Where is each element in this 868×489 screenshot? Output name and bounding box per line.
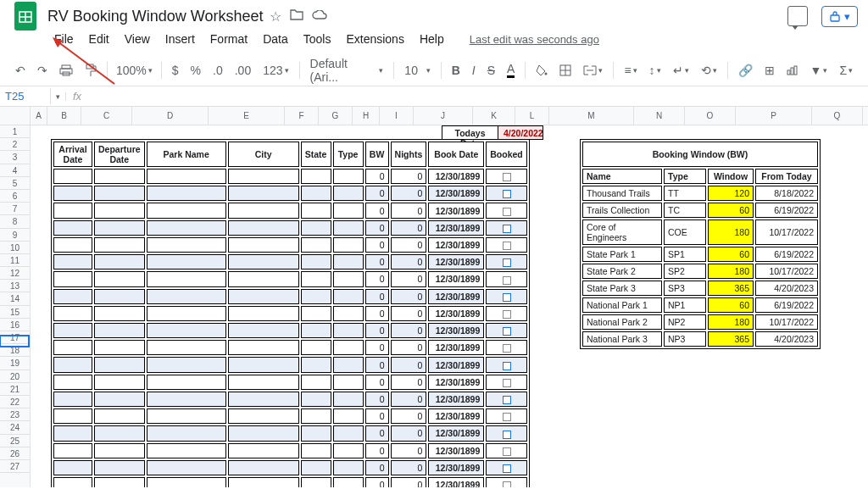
borders-icon[interactable] bbox=[554, 61, 576, 80]
valign-icon[interactable]: ↕▾ bbox=[644, 60, 666, 81]
table-row[interactable]: 0012/30/1899 bbox=[53, 220, 527, 236]
row-header[interactable]: 8 bbox=[0, 215, 30, 228]
menu-extensions[interactable]: Extensions bbox=[339, 29, 410, 49]
checkbox[interactable] bbox=[503, 447, 511, 456]
column-header[interactable]: M bbox=[549, 107, 634, 125]
undo-icon[interactable]: ↶ bbox=[10, 60, 31, 81]
table-row[interactable]: State Park 1SP1606/19/2022 bbox=[582, 247, 818, 262]
menu-insert[interactable]: Insert bbox=[159, 29, 202, 49]
link-icon[interactable]: 🔗 bbox=[733, 60, 758, 81]
row-header[interactable]: 5 bbox=[0, 177, 30, 190]
rotate-icon[interactable]: ⟲▾ bbox=[696, 60, 722, 81]
table-row[interactable]: 0012/30/1899 bbox=[53, 237, 527, 253]
table-row[interactable]: National Park 1NP1606/19/2022 bbox=[582, 297, 818, 313]
checkbox[interactable] bbox=[503, 190, 511, 198]
row-header[interactable]: 12 bbox=[0, 267, 30, 280]
menu-edit[interactable]: Edit bbox=[82, 29, 116, 49]
checkbox[interactable] bbox=[503, 327, 511, 336]
row-header[interactable]: 21 bbox=[0, 383, 30, 396]
row-header[interactable]: 10 bbox=[0, 242, 30, 254]
table-row[interactable]: National Park 3NP33654/20/2023 bbox=[582, 331, 818, 347]
table-row[interactable]: Trails CollectionTC606/19/2022 bbox=[582, 203, 818, 218]
table-row[interactable]: 0012/30/1899 bbox=[53, 425, 527, 441]
share-button[interactable]: ▾ bbox=[821, 6, 858, 27]
column-header[interactable]: H bbox=[353, 107, 380, 125]
row-header[interactable]: 7 bbox=[0, 203, 30, 215]
checkbox[interactable] bbox=[503, 276, 511, 285]
checkbox[interactable] bbox=[503, 293, 511, 302]
checkbox[interactable] bbox=[503, 242, 511, 250]
table-row[interactable]: 0012/30/1899 bbox=[53, 477, 527, 487]
table-row[interactable]: 0012/30/1899 bbox=[53, 340, 527, 355]
column-header[interactable]: K bbox=[473, 107, 515, 125]
row-header[interactable]: 24 bbox=[0, 421, 30, 434]
filter-icon[interactable]: ▼▾ bbox=[805, 60, 833, 81]
checkbox[interactable] bbox=[503, 173, 511, 181]
table-row[interactable]: State Park 3SP33654/20/2023 bbox=[582, 281, 818, 296]
currency-icon[interactable]: $ bbox=[167, 60, 184, 81]
increase-decimal-icon[interactable]: .00 bbox=[230, 60, 256, 81]
font-select[interactable]: Default (Ari...▾ bbox=[305, 53, 389, 87]
row-header[interactable]: 19 bbox=[0, 357, 30, 370]
table-row[interactable]: 0012/30/1899 bbox=[53, 186, 527, 201]
redo-icon[interactable]: ↷ bbox=[32, 60, 53, 81]
checkbox[interactable] bbox=[503, 413, 511, 421]
namebox-dropdown[interactable]: ▾ bbox=[51, 92, 66, 101]
row-header[interactable]: 22 bbox=[0, 396, 30, 408]
menu-tools[interactable]: Tools bbox=[297, 29, 338, 49]
checkbox[interactable] bbox=[503, 344, 511, 353]
move-icon[interactable] bbox=[290, 8, 303, 25]
cloud-icon[interactable] bbox=[312, 8, 327, 25]
paint-format-icon[interactable] bbox=[80, 60, 102, 81]
column-header[interactable]: P bbox=[736, 107, 812, 125]
select-all-corner[interactable] bbox=[0, 107, 30, 125]
column-header[interactable]: B bbox=[47, 107, 81, 125]
checkbox[interactable] bbox=[503, 362, 511, 370]
text-color-icon[interactable]: A bbox=[502, 58, 520, 81]
table-row[interactable]: 0012/30/1899 bbox=[53, 375, 527, 390]
column-header[interactable]: L bbox=[515, 107, 549, 125]
checkbox[interactable] bbox=[503, 225, 511, 233]
table-row[interactable]: Thousand TrailsTT1208/18/2022 bbox=[582, 186, 818, 201]
chart-icon[interactable] bbox=[782, 62, 804, 79]
strike-icon[interactable]: S bbox=[482, 60, 500, 81]
menu-data[interactable]: Data bbox=[256, 29, 295, 49]
print-icon[interactable] bbox=[54, 61, 78, 80]
table-row[interactable]: 0012/30/1899 bbox=[53, 443, 527, 458]
table-row[interactable]: State Park 2SP218010/17/2022 bbox=[582, 264, 818, 279]
menu-help[interactable]: Help bbox=[413, 29, 451, 49]
row-header[interactable]: 4 bbox=[0, 164, 30, 177]
row-header[interactable]: 27 bbox=[0, 460, 30, 473]
column-header[interactable]: G bbox=[319, 107, 353, 125]
row-header[interactable]: 20 bbox=[0, 370, 30, 383]
column-header[interactable]: J bbox=[414, 107, 473, 125]
table-row[interactable]: National Park 2NP218010/17/2022 bbox=[582, 314, 818, 330]
row-header[interactable]: 11 bbox=[0, 254, 30, 267]
halign-icon[interactable]: ≡▾ bbox=[619, 60, 642, 81]
table-row[interactable]: 0012/30/1899 bbox=[53, 289, 527, 304]
functions-icon[interactable]: Σ▾ bbox=[834, 60, 858, 81]
table-row[interactable]: 0012/30/1899 bbox=[53, 408, 527, 424]
checkbox[interactable] bbox=[503, 431, 511, 439]
table-row[interactable]: 0012/30/1899 bbox=[53, 323, 527, 338]
row-header[interactable]: 14 bbox=[0, 292, 30, 305]
column-header[interactable]: I bbox=[380, 107, 414, 125]
comments-icon[interactable] bbox=[787, 6, 808, 26]
table-row[interactable]: 0012/30/1899 bbox=[53, 203, 527, 218]
table-row[interactable]: 0012/30/1899 bbox=[53, 254, 527, 270]
table-row[interactable]: 0012/30/1899 bbox=[53, 306, 527, 321]
column-header[interactable]: N bbox=[634, 107, 685, 125]
column-header[interactable]: O bbox=[685, 107, 736, 125]
sheets-logo[interactable] bbox=[10, 1, 41, 31]
column-header[interactable]: E bbox=[209, 107, 285, 125]
column-header[interactable]: A bbox=[31, 107, 47, 125]
table-row[interactable]: 0012/30/1899 bbox=[53, 357, 527, 372]
fontsize-select[interactable]: 10 ▾ bbox=[399, 60, 435, 81]
column-header[interactable]: Q bbox=[812, 107, 863, 125]
row-header[interactable]: 3 bbox=[0, 151, 30, 164]
table-row[interactable]: 0012/30/1899 bbox=[53, 169, 527, 184]
checkbox[interactable] bbox=[503, 379, 511, 387]
merge-icon[interactable]: ▾ bbox=[578, 62, 608, 79]
checkbox[interactable] bbox=[503, 208, 511, 216]
bold-icon[interactable]: B bbox=[447, 60, 465, 81]
